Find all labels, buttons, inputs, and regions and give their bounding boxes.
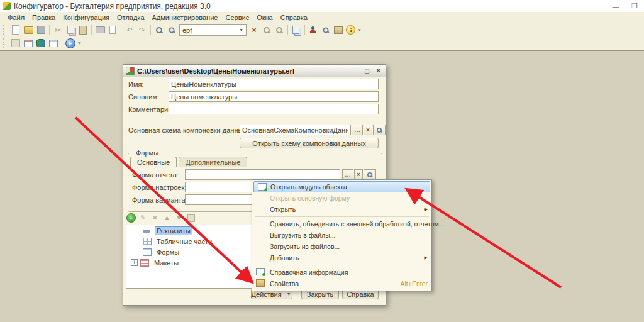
menu-item-import-from-files[interactable]: Загрузить из файлов... [252, 241, 431, 252]
find-previous-icon[interactable] [260, 25, 273, 36]
menu-windows[interactable]: Окна [253, 13, 277, 22]
report-form-clear-button[interactable]: × [354, 169, 363, 180]
search-combobox[interactable]: ▼ [179, 24, 247, 36]
shortcut-label: Alt+Enter [401, 280, 428, 287]
search-input[interactable] [181, 25, 238, 35]
restore-button[interactable]: ❐ [628, 1, 641, 11]
edit-button[interactable]: ✎ [138, 213, 148, 223]
report-form-label: Форма отчета: [132, 171, 179, 179]
database-icon[interactable] [35, 38, 47, 49]
toolbar-grip[interactable] [3, 25, 7, 35]
expand-icon[interactable]: + [131, 259, 138, 266]
schema-open-icon[interactable] [373, 125, 386, 135]
debug-run-icon[interactable]: ▶ [64, 38, 77, 49]
info-icon[interactable]: i [345, 25, 357, 36]
report-form-choose-button[interactable]: … [342, 169, 353, 180]
debug-run-dropdown-icon[interactable]: ▾ [77, 41, 82, 46]
menu-item-export-to-files[interactable]: Выгрузить в файлы... [252, 230, 431, 241]
dialog-maximize-button[interactable]: □ [362, 67, 372, 75]
secondary-toolbar: ▶ ▾ [0, 36, 644, 50]
new-document-icon[interactable] [9, 25, 22, 36]
menu-item-properties[interactable]: Свойства Alt+Enter [252, 278, 431, 289]
app-logo-icon [3, 2, 11, 10]
toolbar-grip[interactable] [3, 38, 7, 48]
paste-icon[interactable] [77, 25, 89, 36]
move-up-button[interactable]: ▲ [162, 213, 172, 223]
window-title: Конфигуратор - Бухгалтерия предприятия, … [14, 2, 211, 11]
save-icon[interactable] [35, 25, 47, 36]
tab-additional-forms[interactable]: Дополнительные [179, 157, 247, 167]
find-next-icon[interactable] [273, 25, 286, 36]
tree-toolbar: + ✎ × ▲ ▼ [126, 213, 196, 223]
schema-choose-button[interactable]: … [352, 125, 363, 135]
menu-item-help-info[interactable]: Справочная информация [252, 267, 431, 278]
settings-form-field[interactable] [185, 182, 254, 192]
main-toolbar: ✂ ↶ ↷ ▼ × i ▾ [0, 23, 644, 36]
toolbar-overflow-icon[interactable]: ▾ [357, 28, 362, 33]
menu-service[interactable]: Сервис [221, 13, 253, 22]
copy-icon[interactable] [64, 25, 77, 36]
sort-button[interactable] [186, 213, 196, 223]
syntax-help-icon[interactable] [319, 25, 332, 36]
clear-search-icon[interactable]: × [248, 25, 260, 36]
submenu-arrow-icon: ▶ [425, 207, 428, 212]
actions-dropdown-icon: ▼ [286, 292, 292, 296]
menu-help[interactable]: Справка [277, 13, 311, 22]
context-menu: Открыть модуль объекта Открыть основную … [252, 179, 432, 291]
menu-item-compare-merge[interactable]: Сравнить, объединить с внешней обработко… [252, 218, 431, 230]
menu-administration[interactable]: Администрирование [148, 13, 222, 22]
print-icon[interactable] [94, 25, 106, 36]
copy-window-icon[interactable] [290, 25, 303, 36]
delete-button[interactable]: × [150, 213, 160, 223]
schema-field[interactable] [240, 125, 351, 135]
synonym-label: Синоним: [128, 93, 159, 101]
undo-icon[interactable]: ↶ [123, 25, 136, 36]
menu-separator [255, 265, 429, 265]
form-icon[interactable] [9, 38, 22, 49]
menu-item-open[interactable]: Открыть ▶ [252, 204, 431, 215]
comment-field[interactable] [169, 104, 379, 114]
menu-file[interactable]: Файл [4, 13, 28, 22]
menu-item-open-object-module[interactable]: Открыть модуль объекта [253, 181, 430, 192]
find-settings-icon[interactable] [165, 25, 178, 36]
find-icon[interactable] [153, 25, 165, 36]
search-dropdown-icon[interactable]: ▼ [238, 28, 245, 32]
report-form-field[interactable] [185, 169, 340, 180]
menu-configuration[interactable]: Конфигурация [59, 13, 113, 22]
configurator-user-icon[interactable] [307, 25, 319, 36]
name-field[interactable] [169, 79, 379, 89]
add-button[interactable]: + [126, 213, 136, 223]
menu-separator [255, 216, 429, 217]
tab-main-forms[interactable]: Основные [130, 157, 177, 167]
configuration-check-icon[interactable] [22, 38, 35, 49]
minimize-button[interactable]: — [609, 1, 623, 11]
print-preview-icon[interactable] [106, 25, 119, 36]
redo-icon[interactable]: ↷ [136, 25, 148, 36]
open-icon[interactable] [22, 25, 35, 36]
menu-edit[interactable]: Правка [28, 13, 59, 22]
schema-label: Основная схема компоновки данных: [128, 126, 248, 134]
submenu-arrow-icon: ▶ [425, 255, 428, 260]
report-file-icon [126, 67, 135, 75]
schema-clear-button[interactable]: × [364, 125, 372, 135]
cut-icon[interactable]: ✂ [52, 25, 64, 36]
syntax-check-icon[interactable] [332, 25, 345, 36]
open-schema-button[interactable]: Открыть схему компоновки данных [240, 138, 379, 148]
titlebar: Конфигуратор - Бухгалтерия предприятия, … [0, 0, 644, 12]
menu-debug[interactable]: Отладка [113, 13, 148, 22]
table-icon[interactable] [47, 38, 60, 49]
report-form-open-icon[interactable] [364, 169, 376, 180]
help-info-icon [256, 268, 265, 275]
forms-icon [143, 248, 152, 256]
dialog-titlebar[interactable]: C:\Users\user\Desktop\ЦеныНоменклатуры.e… [123, 65, 386, 77]
menu-item-add[interactable]: Добавить ▶ [252, 252, 431, 264]
move-down-button[interactable]: ▼ [174, 213, 184, 223]
settings-form-label: Форма настроек: [132, 184, 186, 191]
synonym-field[interactable] [169, 91, 379, 102]
dialog-close-button[interactable]: ✕ [374, 67, 383, 75]
menubar: Файл Правка Конфигурация Отладка Админис… [0, 12, 644, 23]
menu-item-open-main-form: Открыть основную форму [252, 192, 431, 204]
dialog-minimize-button[interactable]: — [351, 67, 360, 75]
variant-form-field[interactable] [185, 194, 254, 205]
comment-label: Комментарий: [128, 106, 174, 113]
